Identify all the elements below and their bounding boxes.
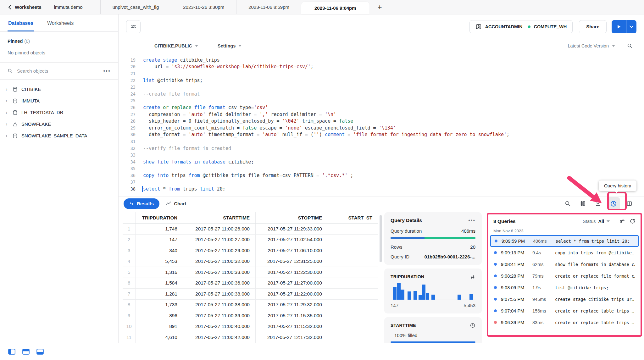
histogram-bar — [422, 285, 425, 300]
code-version-selector[interactable]: Latest Code Version — [568, 43, 615, 48]
code-line[interactable]: 37 — [119, 179, 644, 186]
new-tab-button[interactable]: + — [378, 0, 382, 14]
chevron-right-icon: › — [6, 133, 9, 139]
tree-item-snowflake[interactable]: › SNOWFLAKE — [0, 118, 118, 130]
query-id-link[interactable]: 01b025b9-0001-2226-... — [424, 254, 475, 259]
tree-item-lh_testdata_db[interactable]: › LH_TESTDATA_DB — [0, 107, 118, 118]
code-line[interactable]: 24 --create file format — [119, 91, 644, 97]
code-line[interactable]: 31 — [119, 138, 644, 145]
query-history-item[interactable]: 9:08:28 PM 79ms create or replace file f… — [490, 270, 639, 282]
results-download-button[interactable] — [592, 198, 604, 210]
tree-item-snowflake_sample_data[interactable]: › SNOWFLAKE_SAMPLE_DATA — [0, 130, 118, 141]
code-line[interactable]: 20 url = 's3://snowflake-workshop-lab/ci… — [119, 64, 644, 70]
query-history-item[interactable]: 9:09:59 PM 406ms select * from trips lim… — [490, 235, 639, 247]
column-header[interactable]: STOPTIME — [255, 212, 328, 223]
worksheet-tab[interactable]: 2023-11-06 9:04pm — [301, 2, 369, 14]
code-line[interactable]: 33 — [119, 152, 644, 158]
search-input[interactable] — [17, 68, 99, 74]
column-header[interactable]: STARTTIME — [183, 212, 255, 223]
settings-dropdown[interactable]: Settings — [218, 43, 242, 48]
table-row[interactable]: 6 1,584 2017-05-27 11:00:36.000 2017-05-… — [123, 278, 378, 289]
query-history-item[interactable]: 9:07:04 PM 156ms create or replace table… — [490, 305, 639, 317]
database-icon — [12, 86, 18, 92]
table-row[interactable]: 7 1,281 2017-05-27 11:00:38.000 2017-05-… — [123, 289, 378, 300]
code-line[interactable]: 26 create or replace file format csv typ… — [119, 104, 644, 111]
code-line[interactable]: 27 compression = 'auto' field_delimiter … — [119, 111, 644, 118]
table-row[interactable]: 5 1,316 2017-05-27 11:00:33.000 2017-05-… — [123, 267, 378, 278]
pinned-section-header: Pinned(0) — [0, 32, 118, 44]
role-name: ACCOUNTADMIN — [485, 24, 523, 29]
toggle-bottom-panel-button[interactable] — [36, 349, 44, 355]
line-number: 30 — [119, 132, 136, 137]
database-schema-selector[interactable]: CITIBIKE.PUBLIC — [154, 43, 198, 48]
role-warehouse-selector[interactable]: ACCOUNTADMIN COMPUTE_WH — [469, 20, 573, 33]
table-row[interactable]: 3 340 2017-05-27 11:00:29.000 2017-05-27… — [123, 245, 378, 256]
code-line[interactable]: 29 error_on_column_count_mismatch = fals… — [119, 125, 644, 131]
results-search-button[interactable] — [562, 198, 574, 210]
worksheet-tab[interactable]: unpivot_case_with_flg — [100, 0, 171, 14]
history-filter-button[interactable] — [619, 218, 625, 224]
sql-editor[interactable]: 19 create stage citibike_trips 20 url = … — [119, 53, 644, 197]
share-button[interactable]: Share — [579, 20, 607, 33]
tree-item-immuta[interactable]: › IMMUTA — [0, 95, 118, 107]
history-refresh-button[interactable] — [630, 218, 636, 224]
search-options-icon[interactable]: ••• — [103, 68, 111, 74]
results-columns-button[interactable] — [577, 198, 589, 210]
query-status-dot — [494, 321, 497, 324]
sidebar-tab-databases[interactable]: Databases — [8, 14, 34, 31]
tripduration-histogram[interactable] — [391, 283, 475, 300]
run-options-button[interactable] — [626, 20, 636, 33]
histogram-bar — [426, 293, 429, 300]
code-line[interactable]: 21 — [119, 70, 644, 77]
column-header[interactable]: START_ST — [328, 212, 378, 223]
table-row[interactable]: 8 1,733 2017-05-27 11:00:38.000 2017-05-… — [123, 300, 378, 311]
table-row[interactable]: 9 896 2017-05-27 11:00:39.000 2017-05-27… — [123, 310, 378, 321]
worksheet-tab[interactable]: 2023-10-26 3:30pm — [171, 0, 236, 14]
annotation-highlight-clock — [607, 192, 627, 210]
query-history-item[interactable]: 9:08:41 PM 62ms show file formats in dat… — [490, 258, 639, 270]
code-line[interactable]: 28 skip_header = 0 field_optionally_encl… — [119, 118, 644, 125]
table-row[interactable]: 10 891 2017-05-27 11:00:40.000 2017-05-2… — [123, 321, 378, 332]
table-row[interactable]: 4 5,453 2017-05-27 11:00:32.000 2017-05-… — [123, 256, 378, 267]
code-line[interactable]: 38 select * from trips limit 20; — [119, 186, 644, 192]
worksheet-toolbar: ACCOUNTADMIN COMPUTE_WH Share — [119, 14, 644, 39]
code-line[interactable]: 32 --verify file format is created — [119, 145, 644, 152]
worksheet-tab[interactable]: 2023-11-06 8:59pm — [236, 0, 301, 14]
code-line[interactable]: 34 show file formats in database citibik… — [119, 158, 644, 165]
query-history-item[interactable]: 9:06:39 PM 83ms create or replace table … — [490, 317, 639, 328]
search-icon — [627, 43, 633, 49]
chevron-right-icon: › — [6, 86, 9, 92]
code-line[interactable]: 35 — [119, 165, 644, 172]
tab-chart[interactable]: Chart — [159, 201, 192, 206]
run-button[interactable] — [612, 20, 626, 33]
table-row[interactable]: 1 1,746 2017-05-27 11:00:26.000 2017-05-… — [123, 224, 378, 235]
query-history-item[interactable]: 9:09:13 PM 9.4s copy into trips from @ci… — [490, 247, 639, 258]
query-history-item[interactable]: 9:07:55 PM 945ms create stage citibike_t… — [490, 293, 639, 305]
code-line[interactable]: 19 create stage citibike_trips — [119, 57, 644, 64]
column-header[interactable]: TRIPDURATION — [135, 212, 183, 223]
histogram-min: 147 — [391, 303, 398, 308]
worksheet-options-button[interactable] — [126, 20, 141, 33]
toggle-left-panel-button[interactable] — [8, 349, 15, 355]
tooltip-text: Query history — [604, 183, 631, 188]
query-duration: 945ms — [532, 297, 552, 302]
code-line[interactable]: 30 date_format = 'auto' timestamp_format… — [119, 131, 644, 138]
table-row[interactable]: 11 4,610 2017-05-27 11:00:42.000 2017-05… — [123, 332, 378, 343]
back-to-worksheets-button[interactable]: Worksheets — [8, 0, 42, 14]
query-details-menu-icon[interactable]: ••• — [468, 218, 475, 223]
table-row[interactable]: 2 147 2017-05-27 11:00:27.000 2017-05-27… — [123, 235, 378, 246]
tree-item-citibike[interactable]: › CITIBIKE — [0, 83, 118, 95]
query-history-item[interactable]: 9:08:09 PM 1.9s list @citibike_trips; — [490, 282, 639, 293]
code-line[interactable]: 25 — [119, 97, 644, 104]
sidebar-tab-worksheets[interactable]: Worksheets — [47, 14, 74, 31]
code-line[interactable]: 22 list @citibike_trips; — [119, 77, 644, 84]
table-scrollbar[interactable] — [380, 215, 382, 262]
editor-search-button[interactable] — [627, 43, 633, 49]
code-line[interactable]: 36 copy into trips from @citibike_trips … — [119, 172, 644, 179]
tab-results[interactable]: Results — [124, 198, 159, 209]
code-line[interactable]: 23 — [119, 84, 644, 91]
status-filter[interactable]: Status All — [583, 219, 610, 224]
workspace-name[interactable]: immuta demo — [54, 0, 83, 14]
toggle-top-panel-button[interactable] — [22, 349, 30, 355]
row-number: 6 — [123, 278, 135, 289]
